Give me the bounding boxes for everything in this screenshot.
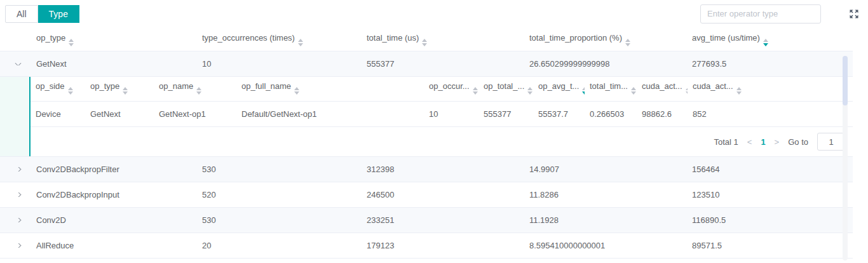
col-label: avg_time (us/time) [692, 33, 760, 43]
tab-type[interactable]: Type [38, 5, 79, 23]
table-row-allreduce[interactable]: AllReduce 20 179123 8.595410000000001 89… [0, 233, 853, 259]
col-label: op_side [36, 81, 65, 91]
cell-proportion: 8.595410000000001 [523, 241, 686, 250]
sort-caret-icon[interactable] [294, 84, 299, 97]
col-label: op_name [159, 81, 193, 91]
expand-cell [0, 167, 30, 172]
cell-total-time: 312398 [360, 165, 523, 174]
cell-proportion: 11.1928 [523, 215, 686, 225]
cell-avg-time: 156464 [686, 165, 853, 174]
chevron-right-icon[interactable] [15, 243, 22, 248]
detail-header-row: op_side op_type op_name op_full_name op_… [31, 77, 853, 102]
table-row-conv2d[interactable]: Conv2D 530 233251 11.1928 116890.5 [0, 208, 853, 233]
cell-proportion: 26.650299999999998 [523, 59, 686, 69]
col-op-total-time[interactable]: op_total_... [478, 81, 533, 97]
sort-caret-icon[interactable] [68, 84, 73, 97]
expand-cell [0, 243, 30, 248]
cell-occurrences: 520 [196, 190, 360, 199]
col-cuda-activity-2[interactable]: cuda_act... [688, 81, 750, 97]
cell-op-type: GetNext [85, 109, 154, 119]
vertical-scrollbar-thumb[interactable] [843, 56, 848, 105]
cell-op-type: Conv2DBackpropFilter [30, 165, 196, 174]
sort-caret-icon[interactable] [422, 36, 427, 49]
expand-cell [0, 63, 30, 65]
cell-total-time: 246500 [360, 190, 523, 199]
cell-avg-time: 277693.5 [686, 59, 853, 69]
cell-op-occurrences: 10 [424, 109, 478, 119]
chevron-right-icon[interactable] [15, 192, 22, 197]
sort-caret-icon[interactable] [625, 36, 630, 49]
scope-tab-group: All Type [5, 5, 79, 23]
table-row-getnext[interactable]: GetNext 10 555377 26.650299999999998 277… [0, 51, 853, 77]
cell-op-avg-time: 55537.7 [533, 109, 585, 119]
operator-type-search-input[interactable] [700, 4, 821, 24]
detail-table: op_side op_type op_name op_full_name op_… [29, 77, 853, 156]
operator-profiler-page: All Type op_type type_occurrences (times… [0, 0, 868, 263]
cell-avg-time: 123510 [686, 190, 853, 199]
goto-page-input[interactable] [817, 133, 845, 151]
expand-cell [0, 192, 30, 197]
col-type-occurrences[interactable]: type_occurrences (times) [196, 33, 360, 49]
col-op-avg-time[interactable]: op_avg_t... [533, 81, 585, 97]
table-row-conv2dbackpropinput[interactable]: Conv2DBackpropInput 520 246500 11.8286 1… [0, 182, 853, 208]
col-op-full-name[interactable]: op_full_name [236, 81, 424, 97]
cell-op-total-time: 555377 [478, 109, 533, 119]
col-label: op_full_name [241, 81, 291, 91]
cell-total-time-prop: 0.266503 [585, 109, 637, 119]
expanded-left-strip [0, 77, 29, 156]
col-op-type[interactable]: op_type [30, 33, 196, 49]
cell-proportion: 14.9907 [523, 165, 686, 174]
fullscreen-icon[interactable] [849, 9, 859, 19]
sort-caret-icon[interactable] [298, 36, 303, 49]
chevron-right-icon[interactable] [15, 218, 22, 222]
sort-caret-icon[interactable] [527, 84, 532, 97]
col-total-time-proportion[interactable]: total_time_proportion (%) [523, 33, 686, 49]
cell-proportion: 11.8286 [523, 190, 686, 199]
col-label: op_occur... [429, 81, 470, 91]
col-op-type[interactable]: op_type [85, 81, 154, 97]
expanded-detail-section: op_side op_type op_name op_full_name op_… [0, 77, 853, 157]
cell-avg-time: 89571.5 [686, 241, 853, 250]
expand-cell [0, 218, 30, 222]
col-cuda-activity-1[interactable]: cuda_act... [637, 81, 688, 97]
next-page-icon[interactable]: > [775, 137, 780, 147]
cell-total-time: 179123 [360, 241, 523, 250]
col-total-time-prop[interactable]: total_tim... [585, 81, 637, 97]
sort-caret-icon[interactable] [123, 84, 128, 97]
table-row-conv2dbackpropfilter[interactable]: Conv2DBackpropFilter 530 312398 14.9907 … [0, 157, 853, 182]
goto-label: Go to [788, 137, 808, 147]
col-op-occurrences[interactable]: op_occur... [424, 81, 478, 97]
sort-caret-icon[interactable] [196, 84, 201, 97]
cell-occurrences: 530 [196, 165, 360, 174]
col-op-name[interactable]: op_name [154, 81, 236, 97]
col-label: op_type [36, 33, 65, 43]
cell-total-time: 233251 [360, 215, 523, 225]
current-page[interactable]: 1 [761, 137, 765, 147]
vertical-scrollbar-track[interactable] [843, 56, 848, 260]
operator-type-table: op_type type_occurrences (times) total_t… [0, 30, 853, 259]
table-header-row: op_type type_occurrences (times) total_t… [0, 30, 853, 51]
detail-data-row[interactable]: Device GetNext GetNext-op1 Default/GetNe… [31, 102, 853, 127]
prev-page-icon[interactable]: < [747, 137, 752, 147]
col-avg-time[interactable]: avg_time (us/time) [686, 33, 853, 49]
tab-all[interactable]: All [5, 5, 38, 23]
col-label: total_time (us) [367, 33, 419, 43]
pagination-total: Total 1 [714, 137, 738, 147]
cell-occurrences: 20 [196, 241, 360, 250]
col-label: cuda_act... [642, 81, 682, 91]
sort-caret-icon[interactable] [69, 36, 74, 49]
chevron-right-icon[interactable] [15, 167, 22, 172]
sort-caret-icon[interactable] [631, 84, 636, 97]
col-op-side[interactable]: op_side [31, 81, 85, 97]
cell-total-time: 555377 [360, 59, 523, 69]
col-total-time[interactable]: total_time (us) [360, 33, 523, 49]
sort-caret-icon[interactable] [473, 84, 478, 97]
col-label: op_avg_t... [538, 81, 579, 91]
cell-op-type: Conv2D [30, 215, 196, 225]
cell-op-full-name: Default/GetNext-op1 [236, 109, 424, 119]
col-label: total_time_proportion (%) [529, 33, 622, 43]
sort-caret-icon[interactable] [736, 84, 742, 97]
chevron-down-icon[interactable] [15, 63, 22, 65]
col-label: op_total_... [484, 81, 524, 91]
sort-caret-icon[interactable] [763, 36, 768, 49]
